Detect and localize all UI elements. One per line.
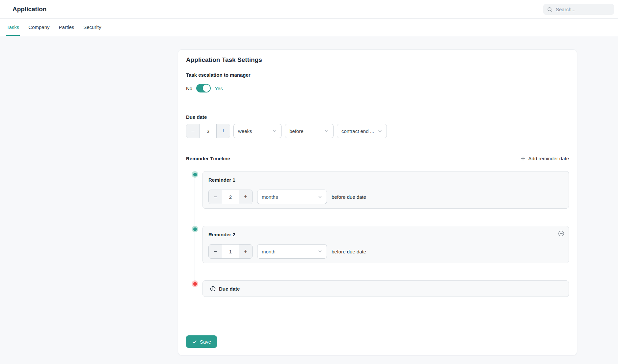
- save-button[interactable]: Save: [186, 335, 217, 348]
- tab-company[interactable]: Company: [28, 19, 50, 36]
- chevron-down-icon: [378, 129, 382, 133]
- due-anchor-value: contract end ...: [341, 128, 374, 134]
- reminder-unit-select[interactable]: months: [257, 190, 327, 204]
- reminder-timeline-label: Reminder Timeline: [186, 156, 230, 161]
- reminder-unit-value: month: [262, 249, 276, 254]
- reminder-timeline-header: Reminder Timeline Add reminder date: [186, 156, 569, 161]
- reminder-unit-select[interactable]: month: [257, 244, 327, 259]
- timeline-item-reminder-1: Reminder 1 − 2 + months before due date: [202, 171, 569, 209]
- search-input[interactable]: [556, 7, 610, 12]
- reminder-unit-value: months: [262, 194, 278, 200]
- search-icon: [547, 7, 552, 12]
- timeline-dot-due-date: [192, 280, 198, 287]
- chevron-down-icon: [324, 129, 329, 133]
- due-unit-value: weeks: [238, 128, 252, 134]
- reminder-amount-input[interactable]: 2: [222, 190, 239, 204]
- tab-bar: Tasks Company Parties Security: [0, 19, 618, 36]
- reminder-title: Reminder 2: [208, 232, 563, 237]
- tab-security[interactable]: Security: [83, 19, 102, 36]
- due-unit-select[interactable]: weeks: [233, 124, 282, 138]
- timeline-dot-reminder: [192, 171, 198, 178]
- due-amount-stepper: − 3 +: [186, 124, 230, 138]
- timeline-item-due-date: Due date: [202, 280, 569, 297]
- reminder-amount-input[interactable]: 1: [222, 245, 239, 258]
- decrement-button[interactable]: −: [186, 124, 200, 138]
- chevron-down-icon: [272, 129, 277, 133]
- decrement-button[interactable]: −: [209, 245, 222, 258]
- reminder-controls: − 1 + month before due date: [208, 244, 563, 259]
- search-box[interactable]: [543, 4, 614, 15]
- reminder-controls: − 2 + months before due date: [208, 190, 563, 204]
- minus-circle-icon: [558, 230, 564, 237]
- toggle-on-label: Yes: [215, 86, 223, 91]
- escalation-toggle[interactable]: [196, 84, 211, 92]
- save-button-label: Save: [200, 339, 211, 345]
- tab-tasks[interactable]: Tasks: [6, 19, 20, 36]
- reminder-card: Reminder 2 − 1 + month before due date: [202, 226, 569, 263]
- timeline-dot-reminder: [192, 226, 198, 232]
- application-task-settings-card: Application Task Settings Task escalatio…: [178, 49, 577, 355]
- due-amount-input[interactable]: 3: [200, 124, 217, 138]
- due-date-controls: − 3 + weeks before contract end ...: [186, 124, 569, 138]
- due-date-label: Due date: [186, 114, 569, 120]
- reminder-timeline: Reminder 1 − 2 + months before due date: [186, 171, 569, 297]
- reminder-title: Reminder 1: [208, 177, 563, 183]
- reminder-card: Reminder 1 − 2 + months before due date: [202, 171, 569, 209]
- add-reminder-date-label: Add reminder date: [528, 156, 569, 161]
- app-header: Application: [0, 0, 618, 19]
- remove-reminder-button[interactable]: [558, 230, 564, 237]
- escalation-toggle-row: No Yes: [186, 84, 569, 92]
- chevron-down-icon: [318, 249, 322, 254]
- increment-button[interactable]: +: [239, 190, 252, 204]
- reminder-suffix: before due date: [332, 249, 366, 254]
- due-relation-value: before: [289, 128, 304, 134]
- due-date-card-label: Due date: [219, 286, 240, 292]
- due-relation-select[interactable]: before: [285, 124, 334, 138]
- chevron-down-icon: [318, 195, 322, 199]
- due-date-card: Due date: [202, 280, 569, 297]
- decrement-button[interactable]: −: [209, 190, 222, 204]
- increment-button[interactable]: +: [217, 124, 230, 138]
- card-title: Application Task Settings: [186, 56, 569, 64]
- toggle-knob: [203, 85, 210, 92]
- tab-parties[interactable]: Parties: [58, 19, 75, 36]
- increment-button[interactable]: +: [239, 245, 252, 258]
- page-title: Application: [13, 6, 46, 13]
- due-anchor-select[interactable]: contract end ...: [337, 124, 387, 138]
- add-reminder-date-button[interactable]: Add reminder date: [521, 156, 569, 161]
- plus-icon: [521, 156, 525, 161]
- clock-icon: [210, 286, 216, 292]
- toggle-off-label: No: [186, 86, 192, 91]
- check-icon: [192, 339, 197, 344]
- reminder-suffix: before due date: [332, 194, 366, 200]
- escalation-label: Task escalation to manager: [186, 72, 569, 78]
- reminder-amount-stepper: − 1 +: [208, 244, 253, 259]
- timeline-item-reminder-2: Reminder 2 − 1 + month before due date: [202, 226, 569, 263]
- reminder-amount-stepper: − 2 +: [208, 190, 253, 204]
